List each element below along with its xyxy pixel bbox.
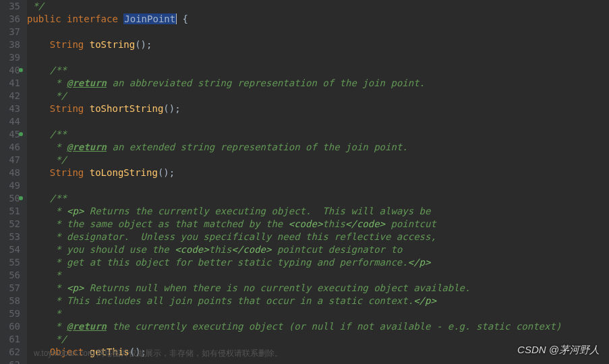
interface-declaration: public interface JoinPoint { [27, 13, 609, 26]
javadoc-return-tag: @return [67, 321, 107, 332]
gutter-marker-icon [19, 132, 23, 136]
line-number: 36 [0, 13, 20, 26]
gutter-marker-icon [19, 196, 23, 200]
code-line: /** [27, 192, 609, 205]
code-editor[interactable]: 3536373839404142434445464748495051525354… [0, 0, 609, 364]
html-code-tag: <code> [289, 218, 323, 229]
line-number: 44 [0, 115, 20, 128]
gutter-marker-icon [19, 68, 23, 72]
line-number: 53 [0, 231, 20, 243]
line-number: 51 [0, 205, 20, 218]
line-number: 56 [0, 269, 20, 282]
line-number: 49 [0, 179, 20, 192]
code-line: * <p> Returns null when there is no curr… [27, 282, 609, 295]
code-line: * @return an extended string representat… [27, 141, 609, 154]
code-area[interactable]: */public interface JoinPoint { String to… [27, 0, 609, 364]
code-line [27, 26, 609, 38]
line-number: 58 [0, 295, 20, 307]
line-number: 39 [0, 51, 20, 64]
class-name-selected: JoinPoint [123, 13, 176, 24]
line-number: 38 [0, 38, 20, 51]
html-code-tag: </code> [231, 244, 271, 255]
code-line: * the same object as that matched by the… [27, 218, 609, 231]
method-tostring: toString [90, 39, 135, 50]
line-number: 50 [0, 192, 20, 205]
html-p-tag: </p> [413, 295, 436, 306]
line-number: 42 [0, 90, 20, 102]
code-line: String toLongString(); [27, 166, 609, 179]
watermark-right: CSDN @茅河野人 [517, 343, 600, 356]
method-tolongstring: toLongString [90, 167, 158, 178]
code-line: * [27, 269, 609, 282]
line-number: 54 [0, 243, 20, 256]
code-line: */ [27, 90, 609, 102]
line-number: 43 [0, 102, 20, 115]
code-line: * designator. Unless you specifically ne… [27, 231, 609, 243]
code-line: */ [27, 0, 609, 13]
line-number: 46 [0, 141, 20, 154]
code-line: * <p> Returns the currently executing ob… [27, 205, 609, 218]
code-line: * @return an abbreviated string represen… [27, 77, 609, 90]
html-p-tag: <p> [67, 206, 84, 216]
code-line: * This includes all join points that occ… [27, 295, 609, 307]
line-number: 55 [0, 256, 20, 269]
line-number: 35 [0, 0, 20, 13]
line-number: 59 [0, 307, 20, 320]
code-line: * you should use the <code>this</code> p… [27, 243, 609, 256]
code-line: * @return the currently executing object… [27, 320, 609, 333]
code-line [27, 115, 609, 128]
html-p-tag: </p> [408, 257, 431, 268]
line-number: 45 [0, 128, 20, 141]
code-line: * get at this object for better static t… [27, 256, 609, 269]
html-p-tag: <p> [67, 282, 84, 293]
html-code-tag: <code> [175, 244, 209, 255]
line-number: 37 [0, 26, 20, 38]
line-number: 40 [0, 64, 20, 77]
code-line [27, 51, 609, 64]
code-line: * [27, 307, 609, 320]
gutter: 3536373839404142434445464748495051525354… [0, 0, 27, 364]
line-number: 61 [0, 333, 20, 346]
javadoc-return-tag: @return [67, 78, 107, 88]
line-number: 57 [0, 282, 20, 295]
code-line [27, 179, 609, 192]
line-number: 41 [0, 77, 20, 90]
code-line: String toShortString(); [27, 102, 609, 115]
code-line: /** [27, 64, 609, 77]
method-toshortstring: toShortString [90, 103, 164, 114]
code-line: String toString(); [27, 38, 609, 51]
line-number: 52 [0, 218, 20, 231]
line-number: 48 [0, 166, 20, 179]
html-code-tag: </code> [345, 218, 385, 229]
code-line: */ [27, 154, 609, 166]
javadoc-return-tag: @return [67, 142, 107, 152]
code-line: /** [27, 128, 609, 141]
line-number: 60 [0, 320, 20, 333]
line-number: 47 [0, 154, 20, 166]
